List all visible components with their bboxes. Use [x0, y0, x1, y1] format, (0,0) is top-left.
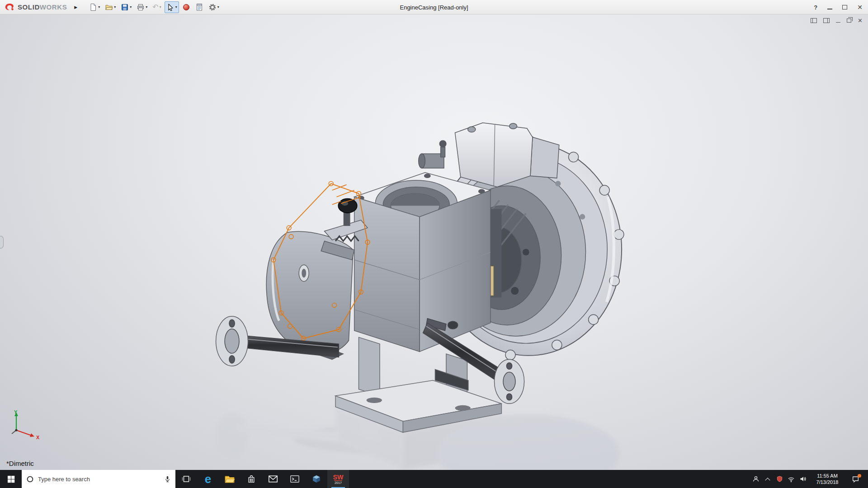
wifi-icon	[788, 476, 795, 483]
undo-button[interactable]: ↶ ▾	[151, 1, 163, 13]
doc-restore-icon	[847, 19, 851, 23]
doc-minimize-icon	[836, 19, 840, 23]
maximize-icon	[842, 5, 847, 9]
window-controls: ? ✕	[814, 0, 863, 14]
cad-cube-icon	[311, 474, 321, 484]
engine-casing-model[interactable]	[0, 14, 868, 470]
microphone-icon[interactable]	[164, 475, 171, 483]
store-button[interactable]	[241, 470, 262, 488]
file-explorer-button[interactable]	[219, 470, 241, 488]
open-button[interactable]: ▾	[103, 1, 118, 13]
clock-date: 7/13/2018	[811, 479, 844, 485]
select-cursor-icon	[166, 3, 175, 11]
select-button[interactable]: ▾	[165, 1, 179, 13]
taskbar-clock[interactable]: 11:55 AM 7/13/2018	[809, 473, 846, 485]
gear-icon	[208, 3, 217, 11]
people-button[interactable]	[750, 470, 762, 488]
taskbar-search-box[interactable]	[22, 470, 175, 488]
minimize-button[interactable]	[827, 5, 832, 9]
rebuild-button[interactable]	[180, 1, 192, 13]
solidworks-app-icon: SW 2017	[332, 473, 344, 485]
save-button[interactable]: ▾	[119, 1, 133, 13]
graphics-viewport[interactable]: ✕	[0, 14, 868, 470]
brand-name: SOLIDWORKS	[18, 3, 67, 11]
system-tray: 11:55 AM 7/13/2018	[750, 470, 868, 488]
solidworks-window: SOLIDWORKS ▶ ▾ ▾	[0, 0, 868, 488]
document-title: EngineCasing [Read-only]	[400, 0, 468, 14]
mail-button[interactable]	[262, 470, 284, 488]
svg-text:2017: 2017	[335, 481, 342, 485]
caret-down-icon[interactable]: ▾	[175, 5, 177, 9]
mail-icon	[268, 475, 278, 483]
solidworks-logo: SOLIDWORKS	[4, 2, 70, 12]
caret-down-icon[interactable]: ▾	[217, 5, 219, 9]
security-button[interactable]	[774, 470, 785, 488]
edge-icon: e	[205, 473, 211, 485]
volume-button[interactable]	[797, 470, 809, 488]
pane-left-button[interactable]	[811, 18, 817, 23]
pane-right-button[interactable]	[823, 18, 830, 23]
triad-x-label: X	[36, 435, 40, 440]
doc-minimize-button[interactable]	[836, 19, 840, 23]
pane-right-icon	[823, 18, 830, 23]
svg-text:SW: SW	[333, 474, 344, 481]
cortana-icon	[26, 475, 34, 483]
caret-down-icon[interactable]: ▾	[130, 5, 132, 9]
notification-badge	[858, 474, 861, 478]
print-button[interactable]: ▾	[135, 1, 149, 13]
edrawings-button[interactable]	[306, 470, 327, 488]
caret-down-icon[interactable]: ▾	[160, 5, 161, 9]
panel-collapse-tab[interactable]	[0, 236, 4, 249]
titlebar: SOLIDWORKS ▶ ▾ ▾	[0, 0, 868, 14]
task-view-button[interactable]	[175, 470, 197, 488]
clock-time: 11:55 AM	[811, 473, 844, 479]
caret-down-icon[interactable]: ▾	[98, 5, 100, 9]
save-floppy-icon	[121, 3, 129, 11]
help-button[interactable]: ?	[814, 4, 817, 11]
print-icon	[137, 3, 145, 11]
terminal-button[interactable]	[284, 470, 306, 488]
view-orientation-label: *Dimetric	[6, 460, 34, 467]
action-center-button[interactable]	[846, 470, 865, 488]
solidworks-app-button[interactable]: SW 2017	[327, 470, 349, 488]
close-button[interactable]: ✕	[857, 4, 863, 11]
start-button[interactable]	[0, 470, 22, 488]
pane-left-icon	[811, 18, 817, 23]
quick-toolbar: ▾ ▾ ▾	[87, 1, 221, 13]
terminal-icon	[290, 474, 300, 483]
orientation-triad: Y X	[10, 409, 44, 444]
doc-close-button[interactable]: ✕	[858, 17, 863, 24]
new-document-button[interactable]: ▾	[87, 1, 102, 13]
people-icon	[752, 475, 760, 483]
hidden-icons-button[interactable]	[762, 470, 774, 488]
windows-taskbar: e	[0, 470, 868, 488]
main-block[interactable]	[354, 173, 491, 352]
chevron-up-icon	[765, 478, 770, 483]
store-bag-icon	[247, 474, 256, 483]
file-properties-icon	[195, 3, 203, 11]
file-properties-button[interactable]	[193, 1, 205, 13]
file-explorer-icon	[224, 474, 235, 483]
open-folder-icon	[105, 3, 113, 11]
maximize-button[interactable]	[842, 5, 847, 9]
windows-logo-icon	[7, 475, 15, 483]
triad-y-label: Y	[14, 409, 18, 415]
dassault-mark-icon	[4, 2, 15, 12]
new-document-icon	[89, 3, 97, 11]
rebuild-sphere-icon	[182, 3, 190, 11]
minimize-icon	[827, 5, 832, 9]
undo-icon: ↶	[152, 4, 158, 11]
caret-down-icon[interactable]: ▾	[114, 5, 116, 9]
caret-down-icon[interactable]: ▾	[146, 5, 147, 9]
doc-restore-button[interactable]	[847, 19, 851, 23]
edge-button[interactable]: e	[197, 470, 219, 488]
search-input[interactable]	[38, 476, 160, 483]
options-button[interactable]: ▾	[207, 1, 221, 13]
task-view-icon	[181, 474, 191, 483]
document-window-controls: ✕	[811, 17, 863, 24]
network-button[interactable]	[785, 470, 797, 488]
speaker-icon	[799, 475, 807, 483]
menu-flyout-arrow[interactable]: ▶	[74, 5, 77, 9]
shield-icon	[776, 475, 783, 483]
